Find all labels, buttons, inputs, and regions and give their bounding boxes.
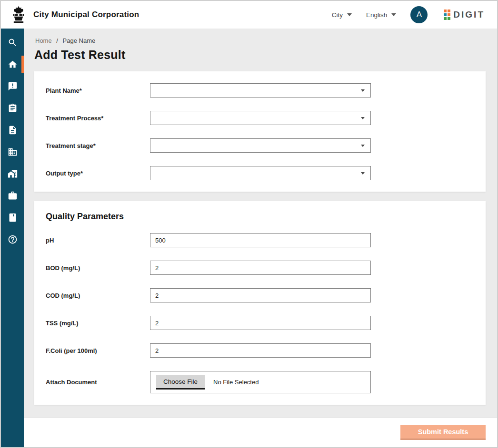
- form-row-attach-document: Attach Document Choose File No File Sele…: [46, 371, 474, 393]
- search-icon: [8, 38, 18, 48]
- digit-logo: DIGIT: [444, 10, 485, 20]
- sidebar-item-reports[interactable]: [1, 206, 24, 228]
- file-status-text: No File Selected: [213, 379, 259, 386]
- app-title: City Municipal Corporation: [33, 10, 139, 19]
- city-selector[interactable]: City: [332, 11, 352, 19]
- header-actions: City English A DIGIT: [332, 6, 485, 23]
- sidebar-item-complaints[interactable]: [1, 75, 24, 97]
- plant-name-select[interactable]: [150, 83, 371, 97]
- avatar[interactable]: A: [410, 6, 428, 23]
- chevron-down-icon: [347, 13, 352, 16]
- choose-file-button[interactable]: Choose File: [156, 375, 205, 390]
- action-bar: Submit Results: [24, 418, 497, 447]
- app-window: City Municipal Corporation City English …: [0, 0, 498, 448]
- sidebar-item-assignments[interactable]: [1, 97, 24, 119]
- attach-document-label: Attach Document: [46, 379, 150, 386]
- cod-input[interactable]: [150, 288, 371, 302]
- sidebar-item-properties[interactable]: [1, 163, 24, 185]
- plant-name-label: Plant Name*: [46, 87, 150, 94]
- dropdown-arrow-icon: [361, 89, 365, 92]
- form-row-cod: COD (mg/L): [46, 288, 474, 302]
- sidebar-item-home[interactable]: [1, 53, 24, 75]
- sidebar-item-work[interactable]: [1, 185, 24, 206]
- fcoli-label: F.Coli (per 100ml): [46, 347, 150, 354]
- bod-input[interactable]: [150, 261, 371, 275]
- sidebar: [1, 29, 24, 447]
- breadcrumb: Home / Page Name: [35, 37, 486, 44]
- building-icon: [8, 147, 18, 157]
- clipboard-icon: [8, 103, 18, 113]
- quality-parameters-title: Quality Parameters: [46, 212, 474, 222]
- breadcrumb-home[interactable]: Home: [35, 37, 52, 44]
- file-upload-field: Choose File No File Selected: [150, 371, 371, 393]
- form-row-fcoli: F.Coli (per 100ml): [46, 343, 474, 358]
- help-icon: [8, 234, 18, 244]
- page-title: Add Test Result: [34, 48, 486, 62]
- quality-parameters-card: Quality Parameters pH BOD (mg/L) COD (mg…: [34, 201, 486, 405]
- form-row-output-type: Output type*: [46, 166, 474, 180]
- dropdown-arrow-icon: [361, 117, 365, 119]
- announcement-icon: [8, 81, 18, 91]
- dropdown-arrow-icon: [361, 172, 365, 175]
- tss-label: TSS (mg/L): [46, 320, 150, 327]
- plant-details-card: Plant Name* Treatment Process*: [34, 71, 486, 192]
- language-selector-label: English: [366, 11, 387, 19]
- home-work-icon: [8, 169, 18, 179]
- sidebar-item-help[interactable]: [1, 228, 24, 250]
- national-emblem-logo: [11, 5, 26, 24]
- cod-label: COD (mg/L): [46, 292, 150, 299]
- language-selector[interactable]: English: [366, 11, 396, 19]
- city-selector-label: City: [332, 11, 343, 19]
- book-icon: [8, 213, 18, 223]
- digit-logo-text: DIGIT: [453, 10, 485, 20]
- form-row-ph: pH: [46, 233, 474, 247]
- fcoli-input[interactable]: [150, 343, 371, 358]
- breadcrumb-separator: /: [56, 37, 58, 44]
- chevron-down-icon: [391, 13, 396, 16]
- form-row-tss: TSS (mg/L): [46, 316, 474, 330]
- ph-label: pH: [46, 237, 150, 244]
- submit-results-button[interactable]: Submit Results: [400, 425, 486, 440]
- form-row-treatment-process: Treatment Process*: [46, 111, 474, 125]
- form-row-bod: BOD (mg/L): [46, 261, 474, 275]
- form-row-plant-name: Plant Name*: [46, 83, 474, 97]
- home-icon: [8, 59, 18, 69]
- dropdown-arrow-icon: [361, 145, 365, 147]
- tss-input[interactable]: [150, 316, 371, 330]
- treatment-process-label: Treatment Process*: [46, 115, 150, 122]
- briefcase-icon: [8, 191, 18, 201]
- treatment-process-select[interactable]: [150, 111, 371, 125]
- main-content: Home / Page Name Add Test Result Plant N…: [24, 29, 497, 418]
- header-brand-group: City Municipal Corporation: [11, 5, 139, 24]
- output-type-label: Output type*: [46, 170, 150, 177]
- document-icon: [8, 125, 18, 135]
- digit-logo-icon: [444, 10, 450, 20]
- bod-label: BOD (mg/L): [46, 264, 150, 272]
- sidebar-item-business[interactable]: [1, 141, 24, 163]
- top-header: City Municipal Corporation City English …: [1, 1, 497, 29]
- output-type-select[interactable]: [150, 166, 371, 180]
- sidebar-item-documents[interactable]: [1, 119, 24, 141]
- ph-input[interactable]: [150, 233, 371, 247]
- breadcrumb-current: Page Name: [63, 37, 96, 44]
- treatment-stage-label: Treatment stage*: [46, 142, 150, 149]
- form-row-treatment-stage: Treatment stage*: [46, 138, 474, 153]
- sidebar-item-search[interactable]: [1, 31, 24, 53]
- treatment-stage-select[interactable]: [150, 138, 371, 153]
